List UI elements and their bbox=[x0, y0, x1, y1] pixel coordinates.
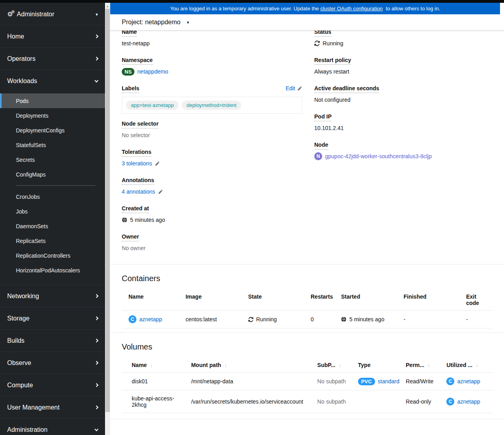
node-badge: N bbox=[314, 152, 322, 160]
pvc-badge: PVC bbox=[358, 378, 375, 385]
sidebar-item-user-management[interactable]: User Management bbox=[0, 396, 105, 418]
sidebar-item-storage[interactable]: Storage bbox=[0, 307, 105, 329]
node-link[interactable]: gpupoc-42jdd-worker-southcentralus3-8clj… bbox=[325, 153, 432, 159]
chevron-right-icon bbox=[95, 294, 99, 298]
subnav-label: Secrets bbox=[16, 157, 35, 163]
edit-labels-button[interactable]: Edit bbox=[286, 85, 302, 91]
perspective-switcher[interactable]: ⚙⚙ Administrator ▾ bbox=[0, 3, 105, 25]
container-exit-code: - bbox=[463, 311, 493, 328]
volumes-table: Name↕ Mount path↕ SubP...↕ Type Perm...↕… bbox=[122, 358, 493, 413]
sidebar-item-operators[interactable]: Operators bbox=[0, 47, 105, 70]
pencil-icon[interactable] bbox=[158, 189, 163, 194]
caret-down-icon: ▾ bbox=[95, 12, 98, 17]
sidebar-item-compute[interactable]: Compute bbox=[0, 374, 105, 396]
subnav-label: Jobs bbox=[16, 208, 28, 215]
sidebar-item-administration[interactable]: Administration bbox=[0, 418, 105, 435]
containers-header-row: Name Image State Restarts Started Finish… bbox=[122, 289, 493, 311]
field-node: Node N gpupoc-42jdd-worker-southcentralu… bbox=[314, 142, 493, 160]
sidebar-nav: ⚙⚙ Administrator ▾ Home Operators Worklo… bbox=[0, 3, 105, 435]
container-state: Running bbox=[256, 316, 277, 322]
subnav-label: ReplicationControllers bbox=[16, 252, 70, 259]
col-permissions[interactable]: Perm...↕ bbox=[403, 358, 443, 373]
sidebar-item-deploymentconfigs[interactable]: DeploymentConfigs bbox=[0, 123, 105, 138]
nav-label: Networking bbox=[7, 293, 39, 300]
annotations-link[interactable]: 4 annotations bbox=[122, 188, 155, 195]
col-utilized-by[interactable]: Utilized ...↕ bbox=[443, 358, 493, 373]
scrollbar-up-arrow-icon[interactable]: ▲ bbox=[105, 4, 110, 9]
nav-label: Builds bbox=[7, 337, 25, 344]
containers-table: Name Image State Restarts Started Finish… bbox=[122, 289, 493, 328]
sidebar-item-replicationcontrollers[interactable]: ReplicationControllers bbox=[0, 248, 105, 263]
sidebar-item-cronjobs[interactable]: CronJobs bbox=[0, 189, 105, 204]
sort-icon[interactable]: ↕ bbox=[150, 362, 153, 368]
sidebar-item-horizontalpodautoscalers[interactable]: HorizontalPodAutoscalers bbox=[0, 263, 105, 278]
sidebar-item-workloads[interactable]: Workloads bbox=[0, 70, 105, 92]
chevron-right-icon bbox=[95, 35, 99, 39]
subnav-label: ReplicaSets bbox=[16, 238, 46, 244]
sidebar-item-jobs[interactable]: Jobs bbox=[0, 204, 105, 219]
tolerations-label: Tolerations bbox=[122, 149, 151, 157]
sort-icon[interactable]: ↕ bbox=[224, 362, 227, 368]
sidebar-item-home[interactable]: Home bbox=[0, 25, 105, 47]
chevron-right-icon bbox=[95, 361, 99, 365]
nav-label: Operators bbox=[7, 55, 35, 62]
tolerations-link[interactable]: 3 tolerations bbox=[122, 160, 152, 167]
nav-label: Administration bbox=[7, 426, 47, 433]
volume-mount-path: /var/run/secrets/kubernetes.io/serviceac… bbox=[188, 390, 314, 413]
cluster-oauth-configuration-link[interactable]: cluster OAuth configuration bbox=[320, 6, 383, 12]
sort-icon[interactable]: ↕ bbox=[339, 362, 341, 368]
subnav-label: Deployments bbox=[16, 113, 49, 119]
created-at-label: Created at bbox=[122, 205, 149, 213]
field-created-at: Created at 5 minutes ago bbox=[122, 205, 302, 224]
sidebar-item-statefulsets[interactable]: StatefulSets bbox=[0, 138, 105, 152]
owner-value: No owner bbox=[122, 244, 302, 252]
volume-mount-path: /mnt/netapp-data bbox=[188, 373, 314, 390]
project-selector-label: Project: netappdemo bbox=[122, 19, 181, 26]
col-finished: Finished bbox=[400, 289, 463, 311]
utilized-by-link[interactable]: aznetapp bbox=[457, 398, 480, 405]
utilized-by-link[interactable]: aznetapp bbox=[457, 378, 480, 385]
node-label: Node bbox=[314, 142, 328, 150]
nav-label: Home bbox=[7, 33, 24, 40]
chevron-right-icon bbox=[95, 317, 99, 320]
chevron-right-icon bbox=[95, 383, 99, 387]
container-link[interactable]: aznetapp bbox=[139, 316, 162, 322]
field-restart-policy: Restart policy Always restart bbox=[314, 57, 493, 76]
volume-type-empty bbox=[355, 390, 403, 413]
label-pill: app=test-aznetapp bbox=[126, 101, 179, 110]
sidebar-item-replicasets[interactable]: ReplicaSets bbox=[0, 233, 105, 248]
sidebar-item-builds[interactable]: Builds bbox=[0, 329, 105, 351]
nav-label: Workloads bbox=[7, 78, 37, 85]
pod-details-content: Name test-netapp Namespace NS netappdemo… bbox=[110, 31, 504, 435]
sidebar-item-networking[interactable]: Networking bbox=[0, 285, 105, 307]
namespace-link[interactable]: netappdemo bbox=[137, 68, 168, 75]
project-selector[interactable]: Project: netappdemo ▾ bbox=[122, 19, 189, 26]
sidebar-item-observe[interactable]: Observe bbox=[0, 351, 105, 374]
sort-icon[interactable]: ↕ bbox=[428, 362, 430, 368]
field-labels: Labels Edit app=test-aznetapp deploymeth… bbox=[122, 85, 302, 114]
field-node-selector: Node selector No selector bbox=[122, 120, 302, 139]
chevron-right-icon bbox=[95, 406, 99, 410]
created-at-value: 5 minutes ago bbox=[130, 217, 165, 223]
volume-subpath: No subpath bbox=[314, 390, 355, 413]
col-volume-name[interactable]: Name↕ bbox=[122, 358, 188, 373]
sidebar-item-deployments[interactable]: Deployments bbox=[0, 108, 105, 123]
sidebar-item-pods[interactable]: Pods bbox=[0, 93, 105, 108]
pvc-link[interactable]: standard bbox=[378, 378, 399, 385]
scrollbar-thumb[interactable] bbox=[105, 9, 110, 412]
volume-row: kube-api-access-2khcg /var/run/secrets/k… bbox=[122, 390, 493, 413]
col-subpath[interactable]: SubP...↕ bbox=[314, 358, 355, 373]
pencil-icon[interactable] bbox=[155, 161, 160, 166]
sidebar-scrollbar-track[interactable]: ▲ bbox=[105, 3, 110, 435]
cogs-icon: ⚙⚙ bbox=[7, 11, 13, 17]
labels-list: app=test-aznetapp deploymethod=trident bbox=[122, 97, 302, 114]
containers-section: Containers Name Image State Restarts Sta… bbox=[110, 264, 504, 332]
col-label: Mount path bbox=[191, 362, 221, 368]
sidebar-item-configmaps[interactable]: ConfigMaps bbox=[0, 167, 105, 182]
container-badge: C bbox=[446, 398, 454, 406]
details-left-column: Name test-netapp Namespace NS netappdemo… bbox=[122, 31, 314, 262]
sidebar-item-secrets[interactable]: Secrets bbox=[0, 152, 105, 167]
sort-icon[interactable]: ↕ bbox=[476, 362, 479, 368]
col-mount-path[interactable]: Mount path↕ bbox=[188, 358, 314, 373]
sidebar-item-daemonsets[interactable]: DaemonSets bbox=[0, 219, 105, 233]
